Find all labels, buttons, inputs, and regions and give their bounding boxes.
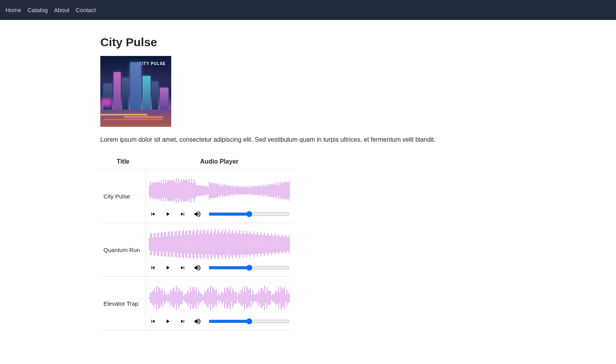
waveform[interactable] — [149, 173, 290, 208]
volume-icon — [194, 210, 201, 218]
tracks-table: Title Audio Player City PulseQuantum Run… — [100, 154, 293, 330]
volume-icon — [194, 317, 201, 325]
play-icon — [165, 211, 171, 217]
track-title: City Pulse — [100, 169, 146, 223]
table-row: City Pulse — [100, 169, 293, 223]
play-icon — [165, 318, 171, 324]
play-button[interactable] — [164, 317, 172, 325]
skip-next-icon — [179, 318, 186, 324]
nav-catalog[interactable]: Catalog — [27, 7, 48, 13]
audio-player-cell — [146, 277, 293, 330]
play-button[interactable] — [164, 210, 172, 218]
navbar: Home Catalog About Contact — [0, 0, 616, 20]
waveform[interactable] — [149, 280, 290, 315]
track-title: Elevator Trap — [100, 277, 146, 330]
player-controls — [149, 261, 290, 273]
nav-about[interactable]: About — [54, 7, 69, 13]
next-button[interactable] — [179, 317, 187, 325]
previous-button[interactable] — [149, 264, 157, 272]
audio-player-cell — [146, 169, 293, 223]
player-controls — [149, 208, 290, 220]
table-row: Elevator Trap — [100, 277, 293, 330]
album-description: Lorem ipsum dolor sit amet, consectetur … — [100, 136, 516, 143]
waveform[interactable] — [149, 226, 290, 261]
volume-button[interactable] — [194, 317, 201, 325]
previous-button[interactable] — [149, 210, 157, 218]
next-button[interactable] — [179, 210, 187, 218]
previous-button[interactable] — [149, 317, 157, 325]
nav-contact[interactable]: Contact — [76, 7, 96, 13]
col-player: Audio Player — [146, 154, 293, 169]
skip-next-icon — [179, 265, 186, 271]
skip-previous-icon — [150, 318, 156, 324]
volume-slider[interactable] — [208, 211, 290, 218]
volume-icon — [194, 264, 201, 272]
play-button[interactable] — [164, 264, 172, 272]
skip-previous-icon — [150, 265, 156, 271]
table-row: Quantum Run — [100, 223, 293, 277]
track-title: Quantum Run — [100, 223, 146, 277]
skip-next-icon — [179, 211, 186, 217]
nav-home[interactable]: Home — [5, 7, 21, 13]
volume-slider[interactable] — [208, 264, 290, 271]
play-icon — [165, 265, 171, 271]
volume-button[interactable] — [194, 210, 201, 218]
page-title: City Pulse — [100, 36, 516, 49]
col-title: Title — [100, 154, 146, 169]
skip-previous-icon — [150, 211, 156, 217]
next-button[interactable] — [179, 264, 187, 272]
audio-player-cell — [146, 223, 293, 277]
player-controls — [149, 315, 290, 327]
album-art: CITY PULSE — [100, 56, 171, 127]
volume-button[interactable] — [194, 264, 201, 272]
volume-slider[interactable] — [208, 318, 290, 325]
